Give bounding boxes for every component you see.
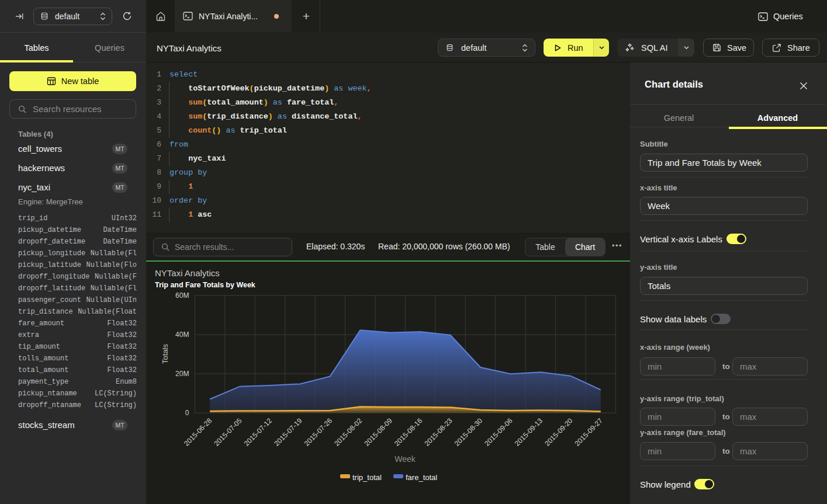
svg-text:2015-07-19: 2015-07-19 [272,416,304,448]
svg-text:2015-09-06: 2015-09-06 [483,416,514,448]
svg-text:trip_total: trip_total [352,473,382,482]
svg-text:2015-09-13: 2015-09-13 [513,416,545,448]
svg-text:2015-07-26: 2015-07-26 [303,416,334,448]
svg-text:2015-09-20: 2015-09-20 [543,416,575,448]
svg-text:2015-08-30: 2015-08-30 [453,416,485,448]
svg-text:0: 0 [185,409,189,417]
svg-text:NYTaxi Analytics: NYTaxi Analytics [155,268,220,278]
svg-text:2015-08-09: 2015-08-09 [363,416,395,448]
svg-text:Trip and Fare Totals by Week: Trip and Fare Totals by Week [155,281,255,289]
svg-text:2015-07-05: 2015-07-05 [212,416,244,448]
svg-text:20M: 20M [175,370,189,378]
svg-text:2015-08-23: 2015-08-23 [423,416,454,448]
svg-text:2015-06-28: 2015-06-28 [182,416,214,448]
svg-text:2015-07-12: 2015-07-12 [243,416,274,448]
svg-text:2015-09-27: 2015-09-27 [573,416,605,448]
svg-text:2015-08-02: 2015-08-02 [333,416,364,448]
svg-text:fare_total: fare_total [406,473,437,482]
svg-text:2015-08-16: 2015-08-16 [393,416,424,448]
svg-text:40M: 40M [175,331,189,339]
svg-text:Week: Week [395,454,416,464]
svg-text:Totals: Totals [161,344,169,364]
svg-text:60M: 60M [175,291,189,300]
